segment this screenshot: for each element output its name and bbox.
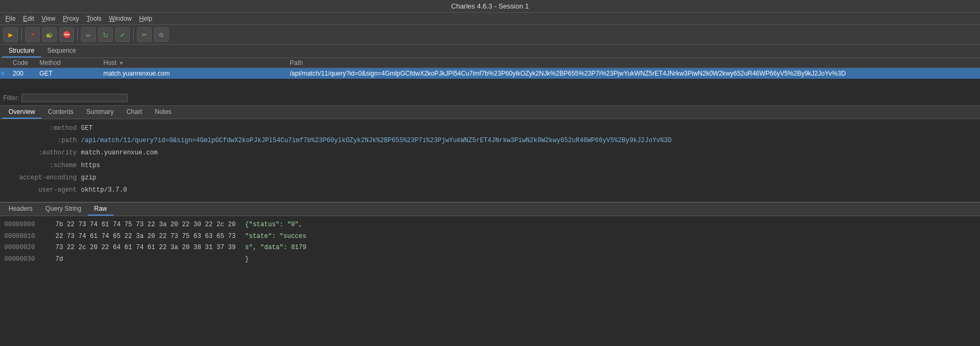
request-table-area: Code Method Host ▼ Path ■ 200 GET match.… bbox=[0, 58, 980, 90]
edit-button[interactable]: ✏ bbox=[81, 27, 96, 42]
detail-key-user-agent: user-agent bbox=[6, 185, 81, 195]
view-tabs: Structure Sequence bbox=[0, 45, 980, 58]
detail-value-scheme: https bbox=[81, 161, 974, 171]
hex-row-2: 00000020 73 22 2c 20 22 64 61 74 61 22 3… bbox=[4, 242, 976, 254]
tools-button[interactable]: ✂ bbox=[137, 27, 152, 42]
col-header-code: Code bbox=[11, 59, 37, 67]
col-header-method: Method bbox=[37, 59, 101, 67]
menu-view[interactable]: View bbox=[38, 14, 59, 23]
record-button[interactable]: ▶ bbox=[3, 27, 18, 42]
detail-value-authority: match.yuanrenxue.com bbox=[81, 148, 974, 158]
tab-chart[interactable]: Chart bbox=[120, 106, 148, 119]
settings-button[interactable]: ⚙ bbox=[154, 27, 169, 42]
tab-structure[interactable]: Structure bbox=[2, 45, 41, 57]
detail-tabs: Overview Contents Summary Chart Notes bbox=[0, 106, 980, 119]
menu-file[interactable]: File bbox=[2, 14, 19, 23]
hex-row-3: 00000030 7d } bbox=[4, 254, 976, 266]
filter-label: Filter: bbox=[3, 94, 19, 102]
stop-button[interactable]: ● bbox=[25, 27, 40, 42]
tick-button[interactable]: ✔ bbox=[115, 27, 130, 42]
col-header-path: Path bbox=[288, 59, 980, 67]
hex-row-0: 00000000 7b 22 73 74 61 74 75 73 22 3a 2… bbox=[4, 219, 976, 231]
app-title: Charles 4.6.3 - Session 1 bbox=[451, 2, 529, 10]
hex-ascii-2: s", "data": 8179 bbox=[245, 242, 306, 254]
tab-contents[interactable]: Contents bbox=[42, 106, 80, 119]
detail-row-user-agent: user-agent okhttp/3.7.0 bbox=[6, 185, 974, 195]
menu-bar: File Edit View Proxy Tools Window Help bbox=[0, 13, 980, 25]
detail-key-path: :path bbox=[6, 136, 81, 146]
menu-help[interactable]: Help bbox=[136, 14, 156, 23]
tab-summary[interactable]: Summary bbox=[80, 106, 120, 119]
refresh-button[interactable]: ↻ bbox=[98, 27, 113, 42]
detail-row-accept-encoding: accept-encoding gzip bbox=[6, 173, 974, 183]
menu-edit[interactable]: Edit bbox=[20, 14, 37, 23]
row-type-icon: ■ bbox=[1, 71, 4, 77]
hex-row-1: 00000010 22 73 74 61 74 65 22 3a 20 22 7… bbox=[4, 231, 976, 243]
detail-value-method: GET bbox=[81, 123, 974, 134]
tab-overview[interactable]: Overview bbox=[2, 106, 42, 119]
hex-addr-3: 00000030 bbox=[4, 254, 47, 266]
detail-value-path: /api/match/11/query?id=0&sign=4GmlpGCfdw… bbox=[81, 136, 974, 146]
detail-row-path: :path /api/match/11/query?id=0&sign=4Gml… bbox=[6, 136, 974, 146]
row-host: match.yuanrenxue.com bbox=[101, 70, 288, 77]
col-header-icon bbox=[0, 59, 11, 67]
tab-raw[interactable]: Raw bbox=[88, 203, 113, 216]
detail-value-accept-encoding: gzip bbox=[81, 173, 974, 183]
breakpoint-button[interactable]: ⛔ bbox=[59, 27, 74, 42]
toolbar-separator-1 bbox=[21, 28, 22, 41]
row-icon: ■ bbox=[0, 70, 11, 77]
hex-bytes-3: 7d bbox=[55, 254, 236, 266]
filter-bar: Filter: bbox=[0, 90, 980, 106]
detail-key-method: :method bbox=[6, 123, 81, 134]
bottom-panel: Headers Query String Raw 00000000 7b 22 … bbox=[0, 202, 980, 268]
row-method: GET bbox=[37, 70, 101, 77]
toolbar-separator-2 bbox=[77, 28, 78, 41]
detail-key-accept-encoding: accept-encoding bbox=[6, 173, 81, 183]
hex-ascii-3: } bbox=[245, 254, 249, 266]
row-path: /api/match/11/query?id=0&sign=4GmlpGCfdw… bbox=[288, 70, 980, 77]
table-header: Code Method Host ▼ Path bbox=[0, 58, 980, 68]
toolbar-separator-3 bbox=[133, 28, 134, 41]
bottom-tabs: Headers Query String Raw bbox=[0, 203, 980, 216]
filter-input[interactable] bbox=[21, 94, 128, 102]
hex-addr-2: 00000020 bbox=[4, 242, 47, 254]
hex-ascii-1: "state": "succes bbox=[245, 231, 306, 243]
toolbar: ▶ ● 🐢 ⛔ ✏ ↻ ✔ ✂ ⚙ bbox=[0, 25, 980, 45]
detail-row-authority: :authority match.yuanrenxue.com bbox=[6, 148, 974, 158]
detail-key-scheme: :scheme bbox=[6, 161, 81, 171]
tab-notes[interactable]: Notes bbox=[149, 106, 178, 119]
host-sort-icon: ▼ bbox=[119, 60, 124, 66]
menu-proxy[interactable]: Proxy bbox=[60, 14, 83, 23]
detail-row-method: :method GET bbox=[6, 123, 974, 134]
hex-addr-1: 00000010 bbox=[4, 231, 47, 243]
detail-content: :method GET :path /api/match/11/query?id… bbox=[0, 119, 980, 202]
row-status-code: 200 bbox=[11, 70, 37, 77]
detail-value-user-agent: okhttp/3.7.0 bbox=[81, 185, 974, 195]
tab-headers[interactable]: Headers bbox=[2, 203, 39, 216]
menu-window[interactable]: Window bbox=[106, 14, 135, 23]
hex-ascii-0: {"status": "0", bbox=[245, 219, 303, 231]
hex-bytes-1: 22 73 74 61 74 65 22 3a 20 22 73 75 63 6… bbox=[55, 231, 236, 243]
detail-key-authority: :authority bbox=[6, 148, 81, 158]
tab-sequence[interactable]: Sequence bbox=[41, 45, 83, 57]
hex-bytes-2: 73 22 2c 20 22 64 61 74 61 22 3a 20 38 3… bbox=[55, 242, 236, 254]
table-row[interactable]: ■ 200 GET match.yuanrenxue.com /api/matc… bbox=[0, 68, 980, 79]
detail-row-scheme: :scheme https bbox=[6, 161, 974, 171]
tab-query-string[interactable]: Query String bbox=[39, 203, 87, 216]
title-bar: Charles 4.6.3 - Session 1 bbox=[0, 0, 980, 13]
menu-tools[interactable]: Tools bbox=[84, 14, 105, 23]
hex-bytes-0: 7b 22 73 74 61 74 75 73 22 3a 20 22 30 2… bbox=[55, 219, 236, 231]
hex-addr-0: 00000000 bbox=[4, 219, 47, 231]
hex-content: 00000000 7b 22 73 74 61 74 75 73 22 3a 2… bbox=[0, 216, 980, 268]
col-header-host: Host ▼ bbox=[101, 59, 288, 67]
throttle-button[interactable]: 🐢 bbox=[42, 27, 57, 42]
